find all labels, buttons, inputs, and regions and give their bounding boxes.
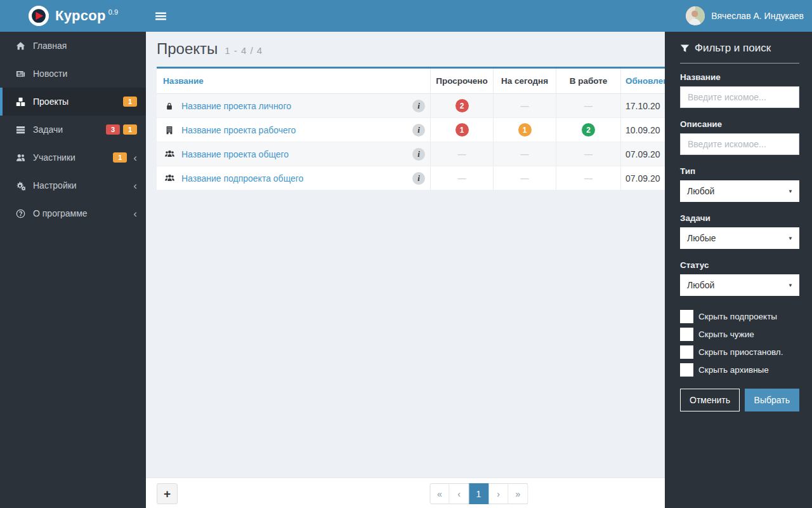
page-title: Проекты bbox=[157, 40, 218, 58]
pagination-page-1[interactable]: 1 bbox=[469, 483, 489, 504]
count-badge: 2 bbox=[455, 99, 469, 112]
page-range: 1 - 4 / 4 bbox=[225, 45, 263, 56]
checkbox-box[interactable] bbox=[680, 328, 693, 341]
sidebar-nav: ГлавнаяНовостиПроекты1Задачи31Участники1… bbox=[0, 32, 146, 227]
filter-select-status[interactable]: Любой▼ bbox=[680, 274, 799, 296]
filter-select-tasks[interactable]: Любые▼ bbox=[680, 227, 799, 249]
checkbox-box[interactable] bbox=[680, 363, 693, 377]
lock-icon bbox=[163, 102, 176, 110]
sidebar-item-label: Главная bbox=[33, 41, 67, 51]
chevron-left-icon: ‹ bbox=[133, 181, 137, 190]
filter-fields: НазваниеОписаниеТипЛюбой▼ЗадачиЛюбые▼Ста… bbox=[680, 72, 799, 296]
project-link[interactable]: Название проекта личного bbox=[181, 101, 291, 111]
checkbox-hide-archived[interactable]: Скрыть архивные bbox=[680, 363, 799, 377]
chevron-left-icon: ‹ bbox=[133, 153, 137, 163]
count-badge: 1 bbox=[123, 124, 137, 135]
checkbox-box[interactable] bbox=[680, 310, 693, 323]
filter-buttons: Отменить Выбрать bbox=[680, 389, 799, 411]
pagination-prev[interactable]: ‹ bbox=[450, 483, 469, 504]
filter-input-description[interactable] bbox=[680, 133, 799, 155]
sidebar-item-label: Проекты bbox=[33, 97, 69, 107]
filter-input-name[interactable] bbox=[680, 86, 799, 108]
app-logo[interactable]: Курсор 0.9 bbox=[0, 0, 146, 32]
user-menu[interactable]: Вячеслав А. Индукаев bbox=[686, 6, 812, 25]
checkbox-hide-foreign[interactable]: Скрыть чужие bbox=[680, 328, 799, 341]
count-badge: 1 bbox=[113, 152, 127, 163]
checkbox-label: Скрыть чужие bbox=[698, 330, 754, 339]
home-icon bbox=[13, 41, 28, 51]
avatar bbox=[686, 6, 705, 25]
sidebar-item-settings[interactable]: Настройки‹ bbox=[0, 171, 146, 199]
app-name: Курсор bbox=[55, 8, 106, 24]
checkbox-label: Скрыть приостановл. bbox=[698, 347, 783, 357]
filter-select-type[interactable]: Любой▼ bbox=[680, 180, 799, 202]
sidebar-item-label: Задачи bbox=[33, 124, 63, 135]
column-header-name[interactable]: Название bbox=[157, 69, 431, 93]
info-button[interactable]: i bbox=[412, 100, 425, 112]
empty-marker: — bbox=[458, 173, 466, 183]
sidebar-item-label: О программе bbox=[33, 208, 88, 218]
checkbox-hide-subprojects[interactable]: Скрыть подпроекты bbox=[680, 310, 799, 323]
checkbox-hide-suspended[interactable]: Скрыть приостановл. bbox=[680, 345, 799, 359]
add-project-button[interactable]: + bbox=[157, 483, 178, 504]
sidebar-item-about[interactable]: О программе‹ bbox=[0, 199, 146, 227]
count-badge: 1 bbox=[455, 123, 469, 137]
sidebar-item-home[interactable]: Главная bbox=[0, 32, 146, 60]
filter-checkboxes: Скрыть подпроектыСкрыть чужиеСкрыть прио… bbox=[680, 310, 799, 377]
sidebar: Курсор 0.9 ГлавнаяНовостиПроекты1Задачи3… bbox=[0, 0, 146, 508]
pagination-first[interactable]: « bbox=[430, 483, 450, 504]
info-button[interactable]: i bbox=[412, 148, 425, 161]
cancel-button[interactable]: Отменить bbox=[680, 389, 740, 411]
users-icon bbox=[13, 153, 28, 163]
project-link[interactable]: Название проекта рабочего bbox=[181, 125, 296, 135]
caret-down-icon: ▼ bbox=[788, 189, 793, 194]
empty-marker: — bbox=[584, 101, 593, 110]
checkbox-box[interactable] bbox=[680, 345, 693, 359]
users-group-icon bbox=[163, 173, 176, 183]
caret-down-icon: ▼ bbox=[788, 283, 793, 288]
chevron-left-icon: ‹ bbox=[133, 209, 137, 218]
sidebar-item-label: Настройки bbox=[33, 180, 77, 190]
filter-panel-title: Фильтр и поиск bbox=[680, 42, 799, 55]
sidebar-item-news[interactable]: Новости bbox=[0, 60, 146, 88]
apply-button[interactable]: Выбрать bbox=[745, 389, 799, 411]
column-header-inwork[interactable]: В работе bbox=[556, 69, 621, 93]
count-badge: 1 bbox=[518, 123, 532, 137]
question-icon bbox=[13, 209, 28, 218]
info-button[interactable]: i bbox=[412, 172, 425, 185]
empty-marker: — bbox=[458, 149, 466, 159]
column-header-overdue[interactable]: Просрочено bbox=[431, 69, 494, 93]
sidebar-item-members[interactable]: Участники1‹ bbox=[0, 144, 146, 171]
filter-funnel-icon bbox=[680, 44, 690, 53]
user-name: Вячеслав А. Индукаев bbox=[711, 11, 804, 21]
column-header-today[interactable]: На сегодня bbox=[494, 69, 556, 93]
app-version: 0.9 bbox=[108, 8, 118, 16]
newspaper-icon bbox=[13, 69, 28, 79]
gears-icon bbox=[13, 181, 28, 190]
info-button[interactable]: i bbox=[412, 124, 425, 137]
filter-label-name: Название bbox=[680, 72, 799, 82]
divider bbox=[680, 63, 799, 64]
empty-marker: — bbox=[521, 173, 529, 183]
sidebar-toggle-button[interactable] bbox=[146, 0, 176, 32]
cubes-icon bbox=[13, 97, 28, 107]
filter-label-tasks: Задачи bbox=[680, 213, 799, 223]
users-group-icon bbox=[163, 149, 176, 159]
sidebar-item-label: Новости bbox=[33, 69, 67, 79]
pagination: «‹1›» bbox=[430, 483, 528, 504]
project-link[interactable]: Название проекта общего bbox=[181, 149, 289, 159]
project-link[interactable]: Название подпроекта общего bbox=[181, 173, 303, 184]
checkbox-label: Скрыть подпроекты bbox=[698, 312, 777, 321]
checkbox-label: Скрыть архивные bbox=[698, 365, 769, 375]
sidebar-item-label: Участники bbox=[33, 152, 75, 163]
pagination-last[interactable]: » bbox=[509, 483, 528, 504]
cursor-logo-icon bbox=[28, 5, 49, 27]
filter-label-status: Статус bbox=[680, 260, 799, 270]
pagination-next[interactable]: › bbox=[489, 483, 509, 504]
filter-label-description: Описание bbox=[680, 119, 799, 129]
tasks-icon bbox=[13, 125, 28, 135]
sidebar-item-projects[interactable]: Проекты1 bbox=[0, 88, 146, 116]
hamburger-icon bbox=[155, 11, 166, 22]
count-badge: 3 bbox=[106, 124, 120, 135]
sidebar-item-tasks[interactable]: Задачи31 bbox=[0, 116, 146, 144]
